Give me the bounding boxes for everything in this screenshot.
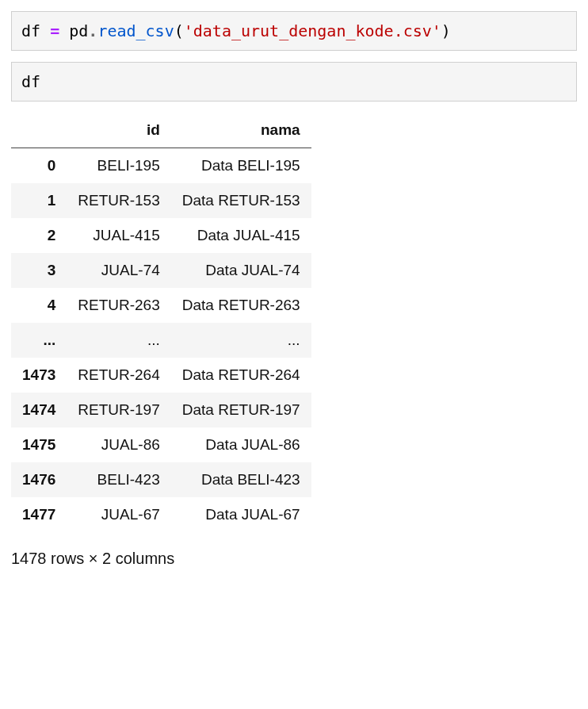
code-token-function: read_csv bbox=[97, 21, 174, 40]
dataframe-summary: 1478 rows × 2 columns bbox=[11, 550, 577, 568]
cell-id: BELI-423 bbox=[67, 462, 170, 497]
table-row: 1 RETUR-153 Data RETUR-153 bbox=[11, 183, 311, 218]
cell-nama: Data RETUR-153 bbox=[171, 183, 311, 218]
cell-id: RETUR-264 bbox=[67, 358, 170, 393]
cell-nama: Data JUAL-86 bbox=[171, 427, 311, 462]
code-token-space bbox=[40, 21, 50, 40]
column-header-index bbox=[11, 113, 67, 148]
cell-nama: Data BELI-195 bbox=[171, 148, 311, 184]
row-index: 0 bbox=[11, 148, 67, 184]
code-token-var: df bbox=[21, 21, 40, 40]
table-row: 2 JUAL-415 Data JUAL-415 bbox=[11, 218, 311, 253]
table-row-ellipsis: ... ... ... bbox=[11, 323, 311, 358]
cell-nama: Data JUAL-67 bbox=[171, 497, 311, 532]
cell-id: BELI-195 bbox=[67, 148, 170, 184]
code-token-module: pd bbox=[69, 21, 88, 40]
table-row: 1473 RETUR-264 Data RETUR-264 bbox=[11, 358, 311, 393]
cell-id: RETUR-153 bbox=[67, 183, 170, 218]
code-token-operator: = bbox=[50, 21, 59, 40]
code-token-paren: ( bbox=[174, 21, 184, 40]
table-row: 4 RETUR-263 Data RETUR-263 bbox=[11, 288, 311, 323]
column-header-id: id bbox=[67, 113, 170, 148]
row-index: 1 bbox=[11, 183, 67, 218]
cell-id: RETUR-263 bbox=[67, 288, 170, 323]
table-row: 1477 JUAL-67 Data JUAL-67 bbox=[11, 497, 311, 532]
cell-id: JUAL-86 bbox=[67, 427, 170, 462]
table-row: 0 BELI-195 Data BELI-195 bbox=[11, 148, 311, 184]
code-cell-1[interactable]: df = pd.read_csv('data_urut_dengan_kode.… bbox=[11, 11, 577, 51]
code-token-var: df bbox=[21, 72, 40, 91]
cell-id: JUAL-67 bbox=[67, 497, 170, 532]
cell-nama: Data JUAL-74 bbox=[171, 253, 311, 288]
row-index: 2 bbox=[11, 218, 67, 253]
table-row: 3 JUAL-74 Data JUAL-74 bbox=[11, 253, 311, 288]
cell-nama: Data RETUR-263 bbox=[171, 288, 311, 323]
cell-nama: Data JUAL-415 bbox=[171, 218, 311, 253]
row-index: 1477 bbox=[11, 497, 67, 532]
row-index: 1474 bbox=[11, 393, 67, 427]
cell-nama: Data BELI-423 bbox=[171, 462, 311, 497]
code-token-dot: . bbox=[88, 21, 97, 40]
cell-id: ... bbox=[67, 323, 170, 358]
row-index: 1476 bbox=[11, 462, 67, 497]
cell-id: JUAL-415 bbox=[67, 218, 170, 253]
table-row: 1474 RETUR-197 Data RETUR-197 bbox=[11, 393, 311, 427]
row-index: 3 bbox=[11, 253, 67, 288]
table-row: 1476 BELI-423 Data BELI-423 bbox=[11, 462, 311, 497]
column-header-nama: nama bbox=[171, 113, 311, 148]
cell-id: JUAL-74 bbox=[67, 253, 170, 288]
row-index: 1475 bbox=[11, 427, 67, 462]
cell-id: RETUR-197 bbox=[67, 393, 170, 427]
cell-nama: Data RETUR-197 bbox=[171, 393, 311, 427]
row-index: 1473 bbox=[11, 358, 67, 393]
code-token-string: 'data_urut_dengan_kode.csv' bbox=[184, 21, 441, 40]
code-cell-2[interactable]: df bbox=[11, 62, 577, 102]
dataframe-output: id nama 0 BELI-195 Data BELI-195 1 RETUR… bbox=[11, 113, 577, 568]
row-index: 4 bbox=[11, 288, 67, 323]
cell-nama: Data RETUR-264 bbox=[171, 358, 311, 393]
cell-nama: ... bbox=[171, 323, 311, 358]
code-token-paren: ) bbox=[441, 21, 451, 40]
code-token-space bbox=[59, 21, 69, 40]
table-row: 1475 JUAL-86 Data JUAL-86 bbox=[11, 427, 311, 462]
row-index: ... bbox=[11, 323, 67, 358]
dataframe-table: id nama 0 BELI-195 Data BELI-195 1 RETUR… bbox=[11, 113, 311, 532]
